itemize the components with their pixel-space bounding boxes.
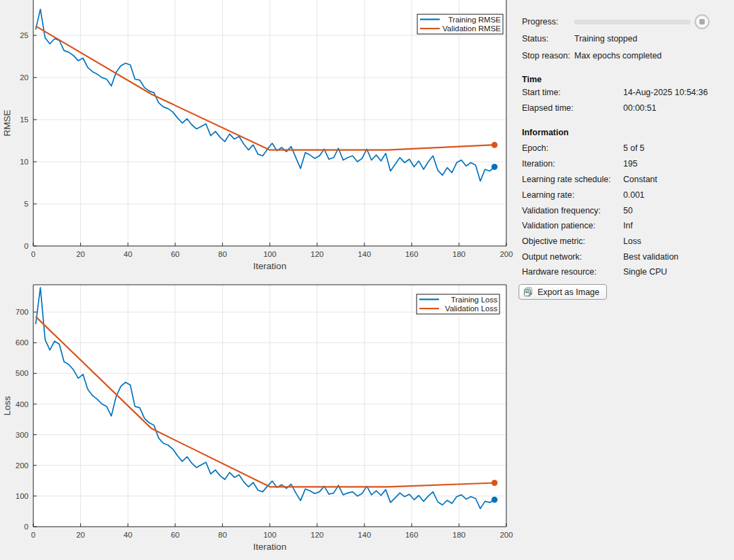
x-tick-label: 80 xyxy=(218,531,227,539)
validation-frequency-row: Validation frequency: 50 xyxy=(517,205,734,216)
output-network-row: Output network: Best validation xyxy=(517,251,734,262)
lr-schedule-label: Learning rate schedule: xyxy=(522,174,611,185)
y-tick-label: 0 xyxy=(24,523,29,531)
start-time-value: 14-Aug-2025 10:54:36 xyxy=(623,87,707,98)
y-tick-label: 700 xyxy=(16,308,29,316)
y-tick-label: 0 xyxy=(24,242,29,250)
x-tick-label: 80 xyxy=(218,250,227,258)
export-as-image-label: Export as Image xyxy=(538,287,599,297)
training-final-marker xyxy=(491,497,497,503)
training-final-marker xyxy=(491,164,497,170)
hardware-resource-row: Hardware resource: Single CPU xyxy=(517,266,734,277)
rmse-chart: 0204060801001201401601802000510152025Ite… xyxy=(0,0,517,279)
y-axis-label: Loss xyxy=(2,396,12,415)
x-tick-label: 20 xyxy=(76,531,85,539)
elapsed-time-row: Elapsed time: 00:00:51 xyxy=(517,103,734,113)
lr-schedule-row: Learning rate schedule: Constant xyxy=(517,174,734,185)
x-tick-label: 140 xyxy=(358,531,371,539)
stop-button[interactable] xyxy=(695,14,710,29)
x-axis-label: Iteration xyxy=(254,542,287,552)
hardware-resource-value: Single CPU xyxy=(623,266,667,277)
y-tick-label: 5 xyxy=(24,200,29,208)
stop-reason-row: Stop reason: Max epochs completed xyxy=(517,50,734,61)
stop-reason-label: Stop reason: xyxy=(522,50,570,61)
x-tick-label: 160 xyxy=(405,250,418,258)
x-tick-label: 180 xyxy=(453,250,466,258)
x-tick-label: 120 xyxy=(311,250,324,258)
elapsed-time-label: Elapsed time: xyxy=(522,103,574,113)
start-time-row: Start time: 14-Aug-2025 10:54:36 xyxy=(517,87,734,98)
iteration-value: 195 xyxy=(623,158,637,169)
x-tick-label: 40 xyxy=(124,531,133,539)
hardware-resource-label: Hardware resource: xyxy=(522,266,597,277)
epoch-row: Epoch: 5 of 5 xyxy=(517,143,734,154)
lr-schedule-value: Constant xyxy=(623,174,657,185)
validation-patience-value: Inf xyxy=(623,220,633,231)
x-tick-label: 100 xyxy=(263,531,276,539)
legend-entry-label: Training Loss xyxy=(451,296,497,304)
validation-patience-label: Validation patience: xyxy=(522,220,595,231)
x-tick-label: 0 xyxy=(31,250,35,258)
export-as-image-button[interactable]: Export as Image xyxy=(519,284,607,300)
status-label: Status: xyxy=(522,33,548,44)
x-tick-label: 200 xyxy=(500,250,512,258)
y-tick-label: 400 xyxy=(16,400,29,408)
validation-final-marker xyxy=(491,142,497,148)
loss-chart: 0204060801001201401601802000100200300400… xyxy=(0,281,517,560)
epoch-value: 5 of 5 xyxy=(623,143,644,154)
time-section-title: Time xyxy=(522,74,542,85)
learning-rate-row: Learning rate: 0.001 xyxy=(517,190,734,200)
objective-metric-row: Objective metric: Loss xyxy=(517,236,734,247)
y-tick-label: 300 xyxy=(16,431,29,439)
stop-reason-value: Max epochs completed xyxy=(574,50,662,61)
start-time-label: Start time: xyxy=(522,87,561,98)
x-tick-label: 180 xyxy=(453,531,466,539)
stop-icon xyxy=(699,19,705,24)
y-tick-label: 600 xyxy=(16,338,29,347)
status-value: Training stopped xyxy=(574,33,637,44)
validation-patience-row: Validation patience: Inf xyxy=(517,220,734,231)
objective-metric-value: Loss xyxy=(623,236,641,247)
y-tick-label: 20 xyxy=(20,73,29,82)
epoch-label: Epoch: xyxy=(522,143,548,154)
y-tick-label: 200 xyxy=(16,461,29,470)
elapsed-time-value: 00:00:51 xyxy=(623,103,657,113)
y-tick-label: 15 xyxy=(20,116,29,124)
y-tick-label: 10 xyxy=(20,158,29,166)
y-axis-label: RMSE xyxy=(2,109,12,136)
x-tick-label: 0 xyxy=(31,531,35,539)
y-tick-label: 500 xyxy=(16,369,29,377)
x-tick-label: 60 xyxy=(171,531,179,539)
x-tick-label: 160 xyxy=(405,531,418,539)
iteration-label: Iteration: xyxy=(522,158,555,169)
output-network-value: Best validation xyxy=(623,251,678,262)
export-as-image-icon xyxy=(523,287,534,298)
y-tick-label: 100 xyxy=(16,492,29,500)
iteration-row: Iteration: 195 xyxy=(517,158,734,169)
progress-label: Progress: xyxy=(522,16,559,27)
validation-frequency-value: 50 xyxy=(623,205,633,216)
training-info-panel: Progress: Status: Training stopped Stop … xyxy=(517,0,734,560)
x-axis-label: Iteration xyxy=(254,261,287,271)
legend-entry-label: Training RMSE xyxy=(448,16,501,24)
x-tick-label: 120 xyxy=(311,531,324,539)
learning-rate-value: 0.001 xyxy=(623,190,644,200)
x-tick-label: 100 xyxy=(263,250,276,258)
y-tick-label: 25 xyxy=(20,31,29,39)
legend-entry-label: Validation RMSE xyxy=(442,24,501,33)
legend-entry-label: Validation Loss xyxy=(445,304,497,313)
x-tick-label: 40 xyxy=(124,250,133,258)
information-section-title: Information xyxy=(522,127,569,138)
x-tick-label: 20 xyxy=(76,250,85,258)
validation-frequency-label: Validation frequency: xyxy=(522,205,601,216)
objective-metric-label: Objective metric: xyxy=(522,236,585,247)
x-tick-label: 140 xyxy=(358,250,371,258)
x-tick-label: 200 xyxy=(500,531,512,539)
training-progress-window: { "colors": { "training_line": "#0072bd"… xyxy=(0,0,734,560)
status-row: Status: Training stopped xyxy=(517,33,734,44)
progress-row: Progress: xyxy=(517,16,734,27)
x-tick-label: 60 xyxy=(171,250,179,258)
validation-final-marker xyxy=(491,480,497,486)
output-network-label: Output network: xyxy=(522,251,582,262)
progress-bar xyxy=(574,20,691,24)
